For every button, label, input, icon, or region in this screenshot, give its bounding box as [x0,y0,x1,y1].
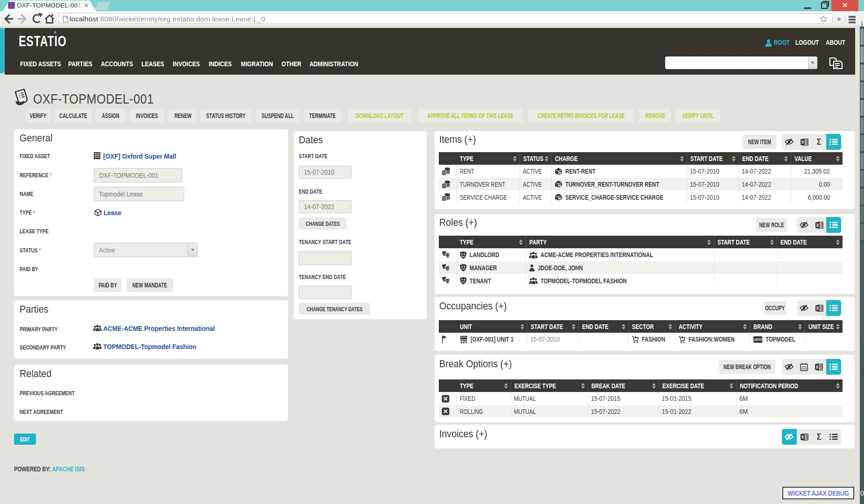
svg-text:LEGO: LEGO [753,338,762,341]
